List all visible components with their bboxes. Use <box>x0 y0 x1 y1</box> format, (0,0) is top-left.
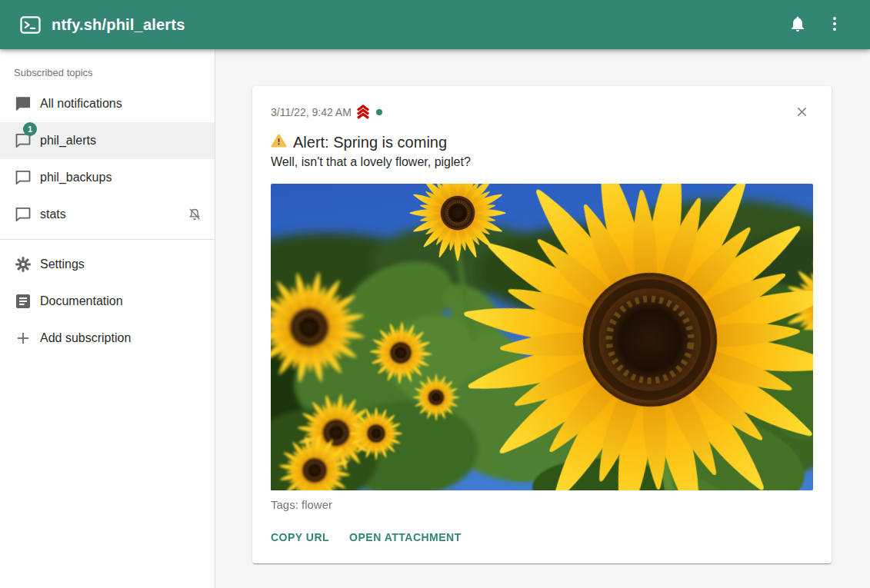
unread-count-badge: 1 <box>23 122 37 136</box>
notification-card: 3/11/22, 9:42 AM <box>252 86 832 563</box>
close-icon <box>795 105 809 121</box>
bell-off-icon <box>187 207 202 222</box>
sunflower-photo <box>271 184 813 490</box>
notification-title-text: Alert: Spring is coming <box>293 131 447 154</box>
sidebar-item-label: phil_alerts <box>40 134 96 148</box>
chat-bubble-outline-icon <box>14 205 32 224</box>
app-bar: ntfy.sh/phil_alerts <box>0 0 870 49</box>
notification-title: Alert: Spring is coming <box>271 131 813 154</box>
warning-triangle-icon <box>271 131 287 154</box>
sidebar-item-label: Documentation <box>40 294 123 308</box>
sidebar-item-add-subscription[interactable]: Add subscription <box>0 320 215 357</box>
sidebar-item-all-notifications[interactable]: All notifications <box>0 85 215 122</box>
chat-bubble-outline-icon: 1 <box>14 131 32 150</box>
plus-icon <box>14 329 32 347</box>
sidebar-item-stats[interactable]: stats <box>0 196 215 233</box>
sidebar-item-phil-backups[interactable]: phil_backups <box>0 159 215 196</box>
bell-icon <box>788 15 807 35</box>
sidebar-subheader: Subscribed topics <box>0 49 215 85</box>
more-vert-icon <box>825 15 844 35</box>
sidebar: Subscribed topics All notifications 1 ph… <box>0 49 215 588</box>
page-title: ntfy.sh/phil_alerts <box>52 16 185 34</box>
notifications-button[interactable] <box>781 8 815 42</box>
close-notification-button[interactable] <box>790 101 813 125</box>
article-icon <box>14 292 32 311</box>
sidebar-item-label: phil_backups <box>40 171 112 184</box>
sidebar-item-label: stats <box>40 208 66 221</box>
sidebar-divider <box>0 239 215 240</box>
notification-actions: COPY URL OPEN ATTACHMENT <box>271 523 813 551</box>
notification-tags: Tags: flower <box>271 497 813 513</box>
notification-meta: 3/11/22, 9:42 AM <box>271 105 382 120</box>
sidebar-item-phil-alerts[interactable]: 1 phil_alerts <box>0 122 215 159</box>
sidebar-item-label: Add subscription <box>40 331 131 345</box>
sidebar-item-documentation[interactable]: Documentation <box>0 283 215 320</box>
sidebar-item-label: All notifications <box>40 97 122 111</box>
open-attachment-button[interactable]: OPEN ATTACHMENT <box>349 531 462 543</box>
attachment-image[interactable] <box>271 184 813 490</box>
priority-max-icon <box>355 105 371 120</box>
notification-body: Well, isn't that a lovely flower, piglet… <box>271 154 813 171</box>
sidebar-item-label: Settings <box>40 257 85 271</box>
sidebar-item-settings[interactable]: Settings <box>0 246 215 283</box>
chat-bubble-filled-icon <box>14 95 32 113</box>
main-content: 3/11/22, 9:42 AM <box>215 49 870 588</box>
notification-timestamp: 3/11/22, 9:42 AM <box>271 106 352 118</box>
copy-url-button[interactable]: COPY URL <box>271 531 329 543</box>
terminal-icon <box>20 16 41 34</box>
overflow-menu-button[interactable] <box>818 8 852 42</box>
chat-bubble-outline-icon <box>14 168 32 187</box>
gear-icon <box>14 255 32 274</box>
unread-dot <box>376 109 382 115</box>
